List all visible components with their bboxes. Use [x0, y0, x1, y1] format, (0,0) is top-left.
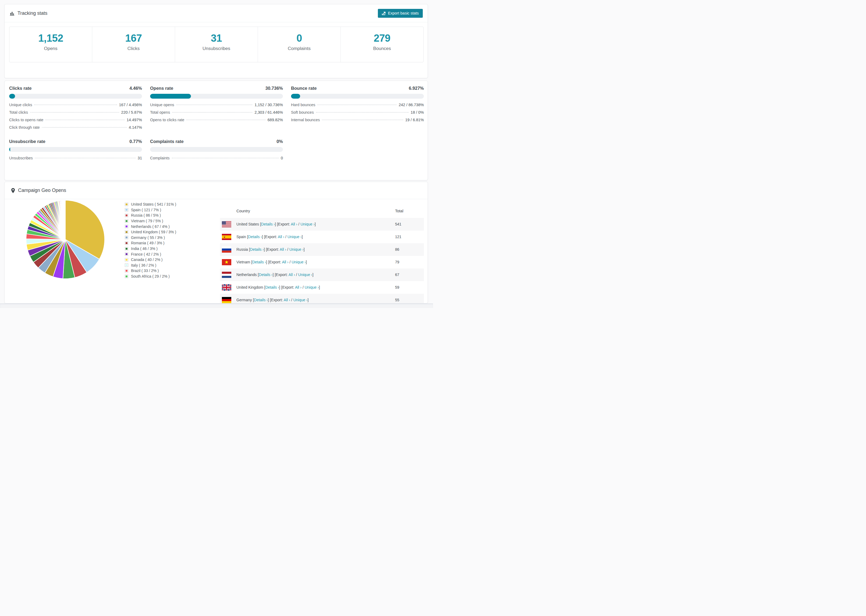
geo-opens-pie-chart	[25, 199, 106, 280]
export-button-label: Export basic stats	[388, 11, 419, 15]
rate-stat-row: Unsubscribes31	[9, 156, 142, 163]
export-all-link[interactable]: All ›	[291, 222, 297, 226]
export-unique-link[interactable]: Unique ›	[298, 272, 313, 277]
summary-stat-value: 167	[92, 33, 175, 44]
country-name: Germany	[236, 298, 252, 302]
rate-progress-fill	[9, 147, 10, 152]
rate-title: Clicks rate	[9, 86, 31, 91]
rate-stat-label: Unique opens	[150, 103, 174, 107]
legend-label: South Africa ( 29 / 2% )	[131, 274, 170, 278]
dotted-leader	[322, 119, 403, 120]
pie-legend: United States ( 541 / 31% )Spain ( 121 /…	[125, 201, 176, 279]
legend-item: Russia ( 86 / 5% )	[125, 212, 176, 218]
legend-label: Romania ( 49 / 3% )	[131, 241, 165, 245]
rate-stat-row: Internal bounces19 / 6.81%	[291, 118, 424, 125]
rate-progress-track	[9, 94, 142, 99]
legend-label: Brazil ( 33 / 2% )	[131, 269, 159, 273]
legend-swatch	[125, 252, 128, 256]
rate-stat-label: Clicks to opens rate	[9, 118, 43, 122]
dotted-leader	[46, 119, 124, 120]
details-link[interactable]: Details ›	[265, 285, 279, 289]
dotted-leader	[30, 112, 119, 113]
legend-label: Netherlands ( 67 / 4% )	[131, 225, 170, 229]
export-basic-stats-button[interactable]: Export basic stats	[378, 9, 423, 18]
country-name: United States	[236, 222, 259, 226]
rate-stat-label: Hard bounces	[291, 103, 315, 107]
map-pin-icon	[11, 188, 15, 193]
legend-label: Germany ( 55 / 3% )	[131, 236, 165, 240]
details-link[interactable]: Details ›	[254, 298, 268, 302]
legend-swatch	[125, 269, 128, 272]
legend-item: Germany ( 55 / 3% )	[125, 235, 176, 240]
summary-stat-cell: 0Complaints	[258, 27, 341, 62]
rate-stat-row: Unique clicks167 / 4.456%	[9, 103, 142, 110]
legend-swatch	[125, 247, 128, 250]
rate-stat-value: 18 / 0%	[411, 110, 424, 115]
country-total: 79	[395, 260, 399, 264]
dotted-leader	[317, 105, 397, 105]
legend-item: Italy ( 36 / 2% )	[125, 262, 176, 268]
legend-item: Romania ( 49 / 3% )	[125, 240, 176, 246]
details-link[interactable]: Details ›	[259, 272, 272, 277]
legend-swatch	[125, 219, 128, 223]
legend-item: Brazil ( 33 / 2% )	[125, 268, 176, 273]
country-total: 121	[395, 235, 401, 239]
export-unique-link[interactable]: Unique ›	[301, 222, 315, 226]
legend-item: Vietnam ( 79 / 5% )	[125, 218, 176, 224]
rate-title: Bounce rate	[291, 86, 316, 91]
geo-table-row: United Kingdom [Details ›] [Export: All …	[220, 281, 424, 294]
summary-stat-label: Unsubscribes	[175, 46, 258, 51]
flag-gb-icon	[222, 284, 231, 291]
rate-stat-label: Internal bounces	[291, 118, 320, 122]
dotted-leader	[35, 158, 135, 158]
geo-table-row: Netherlands [Details ›] [Export: All › /…	[220, 269, 424, 281]
export-all-link[interactable]: All ›	[280, 247, 286, 251]
flag-vn-icon	[222, 259, 231, 265]
legend-label: Italy ( 36 / 2% )	[131, 263, 156, 267]
geo-table-row: Germany [Details ›] [Export: All › / Uni…	[220, 294, 424, 303]
rate-stat-label: Complaints	[150, 156, 170, 160]
export-all-link[interactable]: All ›	[278, 235, 284, 239]
rate-stat-value: 220 / 5.87%	[121, 110, 142, 115]
dotted-leader	[42, 127, 127, 128]
summary-stat-label: Bounces	[341, 46, 423, 51]
rate-value: 0%	[277, 139, 283, 144]
dotted-leader	[172, 158, 279, 158]
details-link[interactable]: Details ›	[261, 222, 275, 226]
export-unique-link[interactable]: Unique ›	[305, 285, 319, 289]
rate-stat-value: 4.147%	[129, 125, 142, 130]
export-icon	[382, 11, 386, 15]
rate-stat-row: Unique opens1,152 / 30.736%	[150, 103, 283, 110]
legend-swatch	[125, 275, 128, 278]
legend-swatch	[125, 263, 128, 267]
rate-title: Complaints rate	[150, 139, 184, 144]
rate-progress-track	[150, 147, 283, 152]
rate-progress-fill	[291, 94, 300, 99]
export-unique-link[interactable]: Unique ›	[290, 247, 304, 251]
export-unique-link[interactable]: Unique ›	[291, 260, 306, 264]
export-unique-link[interactable]: Unique ›	[288, 235, 302, 239]
legend-item: Netherlands ( 67 / 4% )	[125, 224, 176, 229]
dotted-leader	[186, 119, 265, 120]
export-unique-link[interactable]: Unique ›	[293, 298, 308, 302]
legend-swatch	[125, 241, 128, 245]
export-all-link[interactable]: All ›	[295, 285, 301, 289]
legend-swatch	[125, 258, 128, 261]
rate-value: 0.77%	[129, 139, 142, 144]
export-all-link[interactable]: All ›	[282, 260, 288, 264]
rate-progress-fill	[150, 94, 191, 99]
details-link[interactable]: Details ›	[252, 260, 266, 264]
rate-stat-value: 242 / 86.738%	[398, 103, 424, 107]
flag-ru-icon	[222, 247, 231, 253]
flag-nl-icon	[222, 272, 231, 278]
details-link[interactable]: Details ›	[248, 235, 262, 239]
export-all-link[interactable]: All ›	[288, 272, 295, 277]
summary-stat-value: 31	[175, 33, 258, 44]
legend-swatch	[125, 214, 128, 217]
legend-item: United States ( 541 / 31% )	[125, 201, 176, 207]
geo-table-row: United States [Details ›] [Export: All ›…	[220, 218, 424, 231]
details-link[interactable]: Details ›	[250, 247, 264, 251]
legend-label: Vietnam ( 79 / 5% )	[131, 219, 163, 223]
legend-swatch	[125, 225, 128, 228]
export-all-link[interactable]: All ›	[284, 298, 290, 302]
